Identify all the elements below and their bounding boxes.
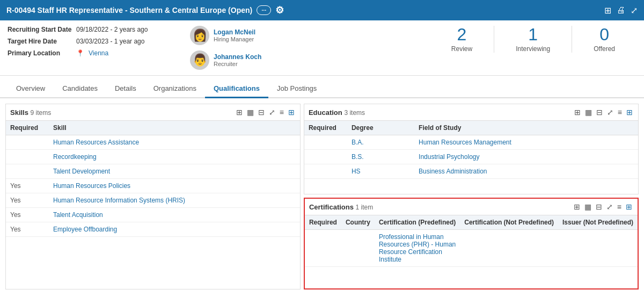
edu-required — [304, 135, 347, 150]
edu-filter-icon[interactable]: ⊟ — [595, 107, 604, 117]
skill-required — [6, 164, 49, 179]
cert-table-scroll[interactable]: Required Country Certification (Predefin… — [305, 215, 638, 288]
skill-required — [6, 135, 49, 150]
recruiting-start-row: Recruiting Start Date 09/18/2022 - 2 yea… — [8, 26, 158, 33]
edu-field: Industrial Psychology — [414, 150, 638, 164]
review-label: Review — [451, 45, 472, 53]
more-options-btn[interactable]: ··· — [257, 5, 271, 15]
skill-name: Human Resources Assistance — [49, 135, 300, 150]
interviewing-label: Interviewing — [516, 45, 550, 53]
table-row: HS Business Administration — [304, 164, 638, 179]
cert-country — [341, 230, 375, 267]
edu-grid-icon[interactable]: ≡ — [617, 107, 623, 117]
education-table: Required Degree Field of Study B.A. Huma… — [304, 121, 638, 179]
skills-table-scroll[interactable]: Required Skill Human Resources Assistanc… — [6, 121, 300, 289]
hiring-manager-info: Logan McNeil Hiring Manager — [214, 28, 255, 42]
right-panels: Education 3 items ⊞ ▦ ⊟ ⤢ ≡ ⊞ Required — [304, 104, 639, 289]
skills-tile-icon[interactable]: ⊞ — [287, 107, 296, 117]
cert-not-predefined — [460, 230, 558, 267]
table-row: Talent Development — [6, 164, 300, 179]
recruiter-info: Johannes Koch Recruiter — [214, 53, 261, 67]
education-panel-header: Education 3 items ⊞ ▦ ⊟ ⤢ ≡ ⊞ — [304, 104, 638, 121]
skills-title: Skills 9 items — [10, 108, 51, 117]
cert-tile-icon[interactable]: ⊞ — [625, 202, 633, 212]
skill-required: Yes — [6, 193, 49, 208]
tab-candidates[interactable]: Candidates — [54, 80, 106, 98]
review-count[interactable]: 2 — [451, 26, 472, 43]
target-hire-value: 03/03/2023 - 1 year ago — [76, 38, 144, 45]
edu-degree: HS — [347, 164, 414, 179]
edu-columns-icon[interactable]: ▦ — [584, 107, 593, 117]
education-title-text: Education — [309, 108, 342, 117]
cert-export-icon[interactable]: ⊞ — [573, 202, 581, 212]
cert-required — [305, 230, 341, 267]
tab-overview[interactable]: Overview — [8, 80, 54, 98]
skills-tools: ⊞ ▦ ⊟ ⤢ ≡ ⊞ — [235, 107, 296, 117]
tab-organizations[interactable]: Organizations — [145, 80, 205, 98]
export-icon[interactable]: ⊞ — [604, 5, 611, 16]
table-row: B.A. Human Resources Management — [304, 135, 638, 150]
table-row: Yes Employee Offboarding — [6, 222, 300, 237]
hiring-manager-row: 👩 Logan McNeil Hiring Manager — [190, 26, 261, 45]
hiring-manager-role: Hiring Manager — [214, 36, 255, 42]
skills-export-icon[interactable]: ⊞ — [235, 107, 244, 117]
education-table-scroll[interactable]: Required Degree Field of Study B.A. Huma… — [304, 121, 638, 194]
offered-stat: 0 Offered — [572, 26, 636, 53]
cert-col-not-predefined: Certification (Not Predefined) — [460, 215, 558, 230]
settings-icon[interactable]: ⚙ — [275, 4, 284, 16]
edu-col-required: Required — [304, 121, 347, 135]
primary-location-label: Primary Location — [8, 49, 72, 57]
top-header: R-00494 Staff HR Representative - Southe… — [0, 0, 644, 20]
cert-col-issuer: Issuer (Not Predefined) — [558, 215, 638, 230]
page-title: R-00494 Staff HR Representative - Southe… — [6, 4, 284, 16]
cert-columns-icon[interactable]: ▦ — [583, 202, 592, 212]
table-row: Professional in Human Resources (PHR) - … — [305, 230, 638, 267]
table-row: Yes Human Resources Policies — [6, 179, 300, 193]
skill-name: Human Resources Policies — [49, 179, 300, 193]
primary-location-link[interactable]: Vienna — [89, 49, 108, 57]
location-pin-icon: 📍 — [76, 49, 84, 57]
cert-expand-icon[interactable]: ⤢ — [605, 202, 614, 212]
edu-expand-icon[interactable]: ⤢ — [606, 107, 614, 117]
table-row: Recordkeeping — [6, 150, 300, 164]
table-row: B.S. Industrial Psychology — [304, 150, 638, 164]
education-title: Education 3 items — [309, 108, 365, 117]
edu-col-field: Field of Study — [414, 121, 638, 135]
cert-grid-icon[interactable]: ≡ — [616, 202, 623, 212]
info-bar: Recruiting Start Date 09/18/2022 - 2 yea… — [0, 20, 644, 76]
cert-filter-icon[interactable]: ⊟ — [595, 202, 603, 212]
tab-qualifications[interactable]: Qualifications — [205, 80, 268, 98]
tab-details[interactable]: Details — [106, 80, 145, 98]
skill-required: Yes — [6, 179, 49, 193]
recruiter-name[interactable]: Johannes Koch — [214, 53, 261, 61]
edu-degree: B.A. — [347, 135, 414, 150]
skills-panel-header: Skills 9 items ⊞ ▦ ⊟ ⤢ ≡ ⊞ — [6, 104, 300, 121]
recruiter-role: Recruiter — [214, 61, 261, 67]
skills-filter-icon[interactable]: ⊟ — [257, 107, 266, 117]
target-hire-label: Target Hire Date — [8, 38, 72, 45]
tabs-bar: Overview Candidates Details Organization… — [0, 80, 644, 98]
people-section: 👩 Logan McNeil Hiring Manager 👨 Johannes… — [190, 26, 261, 70]
recruiter-avatar: 👨 — [190, 50, 209, 70]
hiring-manager-avatar: 👩 — [190, 26, 209, 45]
interviewing-count[interactable]: 1 — [516, 26, 550, 43]
maximize-icon[interactable]: ⤢ — [631, 5, 638, 16]
edu-tile-icon[interactable]: ⊞ — [625, 107, 634, 117]
print-icon[interactable]: 🖨 — [617, 5, 625, 15]
edu-degree: B.S. — [347, 150, 414, 164]
skills-grid-icon[interactable]: ≡ — [279, 107, 285, 117]
hiring-manager-name[interactable]: Logan McNeil — [214, 28, 255, 36]
skills-columns-icon[interactable]: ▦ — [246, 107, 255, 117]
interviewing-stat: 1 Interviewing — [494, 26, 572, 53]
tab-job-postings[interactable]: Job Postings — [268, 80, 325, 98]
cert-issuer — [558, 230, 638, 267]
skill-name: Human Resource Information Systems (HRIS… — [49, 193, 300, 208]
cert-panel-header: Certifications 1 item ⊞ ▦ ⊟ ⤢ ≡ ⊞ — [305, 199, 638, 215]
skill-name: Talent Acquisition — [49, 208, 300, 222]
edu-export-icon[interactable]: ⊞ — [573, 107, 582, 117]
offered-count[interactable]: 0 — [594, 26, 615, 43]
cert-col-predefined: Certification (Predefined) — [375, 215, 460, 230]
skills-title-text: Skills — [10, 108, 28, 117]
skills-expand-icon[interactable]: ⤢ — [268, 107, 276, 117]
education-panel: Education 3 items ⊞ ▦ ⊟ ⤢ ≡ ⊞ Required — [304, 104, 639, 194]
